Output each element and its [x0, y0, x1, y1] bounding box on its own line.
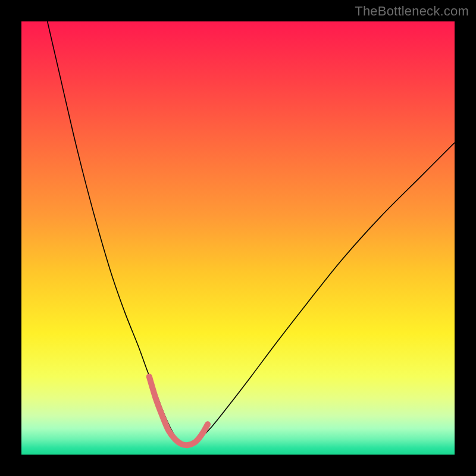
chart-background [21, 21, 455, 455]
watermark-text: TheBottleneck.com [355, 4, 469, 19]
plot-area [21, 21, 455, 455]
chart-svg [21, 21, 455, 455]
chart-frame: TheBottleneck.com [0, 0, 476, 476]
